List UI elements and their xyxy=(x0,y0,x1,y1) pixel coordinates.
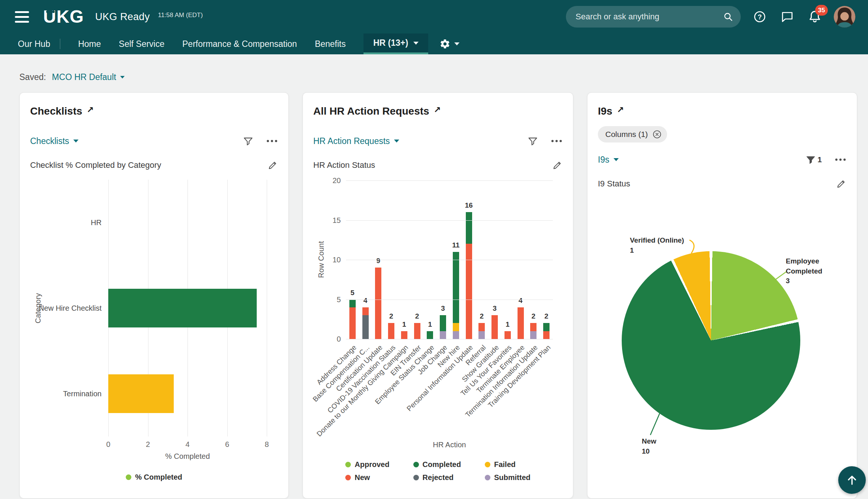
filter-count: 1 xyxy=(817,155,822,164)
bar-value-label: 1 xyxy=(402,320,406,329)
i9-pie[interactable] xyxy=(622,251,800,430)
pie-slice-value: 1 xyxy=(630,246,684,256)
legend-item: Failed xyxy=(485,460,531,469)
gridline xyxy=(267,180,267,436)
hr-actions-view-dropdown[interactable]: HR Action Requests xyxy=(313,136,399,146)
stacked-bar[interactable]: 2 xyxy=(543,323,550,339)
bar-segment-completed xyxy=(427,331,433,339)
open-report-icon[interactable] xyxy=(617,105,624,115)
pie-slice-name: New xyxy=(642,436,656,447)
stacked-bar[interactable]: 2 xyxy=(530,323,537,339)
saved-view-dropdown[interactable]: MCO HR Default xyxy=(52,72,125,82)
checklist-chart: Category HRNew Hire ChecklistTermination… xyxy=(30,180,267,467)
more-options-button[interactable] xyxy=(266,137,278,145)
filter-icon xyxy=(805,154,816,165)
avatar[interactable] xyxy=(834,6,855,28)
notifications-button[interactable]: 35 xyxy=(806,8,823,25)
bar-value-label: 3 xyxy=(493,304,497,313)
nav-tab-self-service[interactable]: Self Service xyxy=(119,33,164,54)
legend-dot xyxy=(413,462,419,467)
stacked-bar[interactable]: 11 xyxy=(453,252,459,339)
more-options-button[interactable] xyxy=(551,137,563,145)
y-axis-label: Row Count xyxy=(316,180,327,339)
filter-icon[interactable] xyxy=(243,136,253,146)
checklists-card: Checklists Checklists Checklist % Comple… xyxy=(19,92,289,499)
scroll-to-top-button[interactable] xyxy=(838,466,866,494)
stacked-bar[interactable]: 3 xyxy=(491,315,498,339)
filter-button[interactable]: 1 xyxy=(805,154,822,165)
stacked-bar[interactable]: 4 xyxy=(518,307,524,339)
stacked-bar[interactable]: 3 xyxy=(440,315,446,339)
bar-value-label: 2 xyxy=(415,312,419,320)
stacked-bar[interactable]: 1 xyxy=(427,331,433,339)
global-search[interactable] xyxy=(566,6,741,28)
nav-tab-our-hub[interactable]: Our Hub xyxy=(18,33,50,54)
menu-icon[interactable] xyxy=(15,11,29,23)
pie-slice-value: 10 xyxy=(642,447,656,457)
stacked-bar[interactable]: 16 xyxy=(466,212,472,339)
stacked-bar[interactable]: 2 xyxy=(388,323,394,339)
bar-segment-completed xyxy=(466,212,472,244)
i9s-view-dropdown[interactable]: I9s xyxy=(598,155,619,165)
stacked-bar[interactable]: 5 xyxy=(349,300,356,339)
callout-new xyxy=(650,413,660,435)
checklists-view-dropdown[interactable]: Checklists xyxy=(30,136,79,146)
open-report-icon[interactable] xyxy=(434,105,441,115)
nav-tab-performance-compensation[interactable]: Performance & Compensation xyxy=(182,33,297,54)
axis-tick-label: 15 xyxy=(333,216,341,224)
axis-tick-label: 0 xyxy=(337,335,341,343)
help-icon: ? xyxy=(753,10,766,23)
pie-slice-name: Employee Completed xyxy=(786,256,846,276)
more-options-button[interactable] xyxy=(835,156,846,164)
stacked-bar[interactable]: 1 xyxy=(401,331,407,339)
nav-tab-hr[interactable]: HR (13+) xyxy=(363,33,428,54)
remove-chip-icon[interactable] xyxy=(652,129,662,139)
pie-slice-label: Verified (Online)1 xyxy=(630,236,684,255)
hr-plot: 549212131116231422 xyxy=(346,180,553,339)
bar-segment-completed xyxy=(440,315,446,331)
bar-segment-submitted xyxy=(440,331,446,339)
legend-dot xyxy=(485,462,490,467)
saved-view-value: MCO HR Default xyxy=(52,72,116,82)
stacked-bar[interactable]: 2 xyxy=(414,323,420,339)
hr-yticks: 05101520 xyxy=(327,180,346,339)
legend-item: New xyxy=(345,473,389,482)
stacked-bar[interactable]: 9 xyxy=(375,268,381,339)
category-label: New Hire Checklist xyxy=(46,265,108,351)
search-input[interactable] xyxy=(576,12,723,22)
ukg-logo[interactable]: UKG xyxy=(43,8,84,26)
saved-view-bar: Saved: MCO HR Default xyxy=(0,54,868,83)
bar[interactable] xyxy=(108,289,257,327)
nav-tab-benefits[interactable]: Benefits xyxy=(315,33,346,54)
gridline xyxy=(346,180,553,181)
legend-item: Submitted xyxy=(485,473,531,482)
bar-segment-completed xyxy=(453,252,459,323)
bar-segment-new xyxy=(349,307,356,339)
legend-item: Approved xyxy=(345,460,389,469)
legend-label: % Completed xyxy=(135,473,182,482)
chat-icon xyxy=(781,10,794,23)
pie-slice-label: Employee Completed3 xyxy=(786,256,846,286)
edit-icon[interactable] xyxy=(552,160,563,170)
stacked-bar[interactable]: 4 xyxy=(362,307,369,339)
filter-icon[interactable] xyxy=(528,136,538,146)
stacked-bar[interactable]: 2 xyxy=(478,323,485,339)
topbar-actions: ? 35 xyxy=(566,6,855,28)
chart-title-hr-actions: HR Action Status xyxy=(313,160,375,170)
bar[interactable] xyxy=(108,374,174,413)
nav-settings-button[interactable] xyxy=(439,33,459,54)
bar-segment-failed xyxy=(453,323,459,331)
gear-icon xyxy=(439,38,451,49)
help-button[interactable]: ? xyxy=(751,8,768,25)
columns-chip-label: Columns (1) xyxy=(605,130,648,139)
search-icon[interactable] xyxy=(723,12,733,22)
columns-chip[interactable]: Columns (1) xyxy=(598,126,667,143)
stacked-bar[interactable]: 1 xyxy=(505,331,511,339)
chat-button[interactable] xyxy=(779,8,796,25)
y-axis-label: Category xyxy=(30,180,46,436)
nav-tab-home[interactable]: Home xyxy=(78,33,101,54)
open-report-icon[interactable] xyxy=(87,105,94,115)
bar-value-label: 1 xyxy=(506,320,510,329)
edit-icon[interactable] xyxy=(836,179,846,189)
edit-icon[interactable] xyxy=(268,160,278,170)
